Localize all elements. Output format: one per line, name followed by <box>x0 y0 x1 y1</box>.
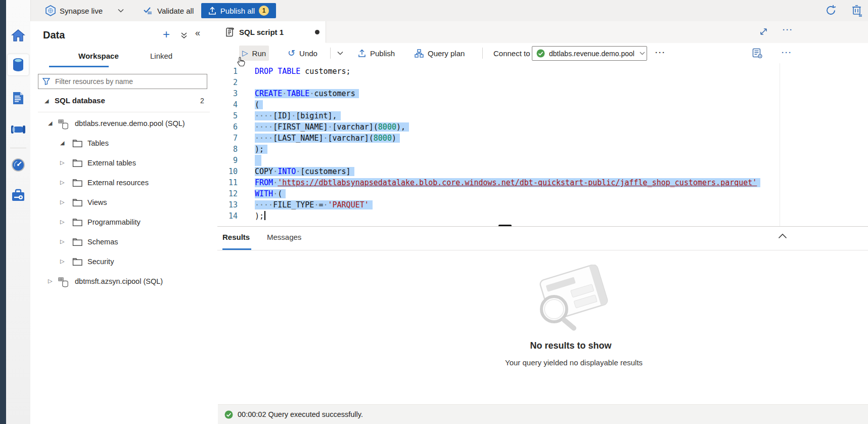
expanded-arrow-icon[interactable]: ◢ <box>60 140 64 146</box>
results-tab-messages[interactable]: Messages <box>267 233 301 241</box>
discard-trash-icon[interactable] <box>851 5 863 17</box>
token-kw: DROP <box>255 67 273 76</box>
code-line[interactable]: COPY·INTO·[customers] <box>255 166 868 177</box>
collapsed-arrow-icon[interactable]: ▷ <box>60 258 64 265</box>
tree-item[interactable]: ▷dbtmsft.azsyn.cipool (SQL) <box>30 272 217 292</box>
tree-item[interactable]: ▷Programmability <box>30 213 217 233</box>
line-number: 10 <box>217 166 238 177</box>
code-line[interactable]: WITH·( <box>255 188 868 199</box>
tab-more-actions-icon[interactable]: ··· <box>783 25 793 34</box>
toolbar-divider <box>330 48 331 59</box>
tab-workspace[interactable]: Workspace <box>78 52 119 60</box>
expand-all-icon[interactable] <box>180 32 188 39</box>
collapsed-arrow-icon[interactable]: ▷ <box>60 219 64 225</box>
command-bar-more-icon[interactable]: ··· <box>782 48 792 57</box>
token-sp: · <box>291 111 296 120</box>
folder-icon <box>72 198 83 207</box>
collapsed-arrow-icon[interactable]: ▷ <box>60 238 64 245</box>
tree-item[interactable]: ▷Schemas <box>30 233 217 252</box>
tree-item[interactable]: ▷External tables <box>30 154 217 174</box>
token-id: [varchar]( <box>328 134 374 143</box>
validate-all-button[interactable]: Validate all <box>143 4 194 18</box>
collapse-results-icon[interactable] <box>778 233 787 239</box>
expanded-arrow-icon[interactable]: ◢ <box>48 120 52 126</box>
tree-item-label: dbtlabs.revenue.demo.pool (SQL) <box>75 119 185 128</box>
publish-all-button[interactable]: Publish all 1 <box>201 3 276 18</box>
collapse-panel-icon[interactable]: « <box>195 28 200 38</box>
results-panel: ResultsMessages No results to show Your … <box>217 226 868 424</box>
properties-icon[interactable] <box>752 48 763 59</box>
refresh-icon[interactable] <box>825 5 837 16</box>
collapsed-arrow-icon[interactable]: ▷ <box>48 278 52 284</box>
undo-label: Undo <box>299 49 317 58</box>
synapse-live-dropdown[interactable]: Synapse live <box>45 4 124 18</box>
tree-item[interactable]: ◢dbtlabs.revenue.demo.pool (SQL) <box>30 114 217 134</box>
nav-home-icon[interactable] <box>8 25 29 46</box>
undo-button[interactable]: ↺ Undo <box>285 46 321 61</box>
run-button[interactable]: ▷ Run <box>239 46 269 61</box>
code-line[interactable]: DROP TABLE customers; <box>255 66 868 77</box>
token-id: ), <box>396 122 405 132</box>
token-sp: · <box>282 89 287 98</box>
code-line[interactable]: ····[FIRST_NAME]·[varchar](8000), <box>255 121 868 133</box>
tab-linked[interactable]: Linked <box>150 52 172 60</box>
nav-develop-icon[interactable] <box>8 88 29 109</box>
text-cursor <box>264 211 265 220</box>
token-id: customers; <box>305 67 350 76</box>
connect-to-pool-select[interactable]: dbtlabs.revenue.demo.pool <box>532 46 647 61</box>
code-line[interactable]: ····[LAST_NAME]·[varchar](8000) <box>255 133 868 144</box>
collapsed-arrow-icon[interactable]: ▷ <box>60 199 64 205</box>
token-id: [FIRST_NAME] <box>273 122 328 132</box>
filter-resources-input[interactable] <box>54 77 207 86</box>
nav-data-icon[interactable] <box>8 54 29 75</box>
code-line[interactable]: ); <box>255 144 868 155</box>
undo-redo-dropdown[interactable] <box>334 46 346 61</box>
expanded-arrow-icon[interactable]: ◢ <box>44 98 49 104</box>
folder-icon <box>72 218 83 227</box>
token-num: 8000 <box>378 122 396 132</box>
collapsed-arrow-icon[interactable]: ▷ <box>60 159 64 166</box>
nav-manage-icon[interactable] <box>8 185 29 206</box>
tree-item[interactable]: ▷Views <box>30 193 217 213</box>
token-kw: FROM <box>255 178 273 187</box>
code-line[interactable]: ); <box>255 210 868 222</box>
tree-item[interactable]: ◢Tables <box>30 134 217 154</box>
code-lines[interactable]: DROP TABLE customers;CREATE·TABLE·custom… <box>255 66 868 222</box>
query-plan-button[interactable]: Query plan <box>412 46 468 61</box>
code-line[interactable]: CREATE·TABLE·customers <box>255 88 868 99</box>
code-line[interactable]: ····[ID]·[bigint], <box>255 110 868 121</box>
nav-monitor-icon[interactable] <box>8 154 29 176</box>
chevron-down-icon <box>639 52 645 55</box>
doc-tab-title: SQL script 1 <box>239 28 284 36</box>
results-tab-bar: ResultsMessages <box>217 227 868 250</box>
toolbar-divider <box>482 48 483 59</box>
tree-item[interactable]: ▷External resources <box>30 174 217 193</box>
expand-editor-icon[interactable] <box>759 27 768 36</box>
code-line[interactable]: ····FILE_TYPE·=·'PARQUET' <box>255 199 868 210</box>
publish-button[interactable]: Publish <box>355 46 398 61</box>
tree-root-sql-database[interactable]: ◢ SQL database 2 <box>30 95 217 112</box>
tree-item-label: Programmability <box>87 218 141 226</box>
code-line[interactable] <box>255 155 868 166</box>
code-line[interactable]: FROM·'https://dbtlabsynapsedatalake.blob… <box>255 177 868 188</box>
add-resource-icon[interactable]: + <box>163 27 170 41</box>
sql-code-editor[interactable]: 1234567891011121314 DROP TABLE customers… <box>217 63 868 226</box>
left-nav-rail <box>6 0 31 424</box>
tab-sql-script-1[interactable]: SQL script 1 <box>217 21 326 43</box>
run-label: Run <box>252 49 266 58</box>
connect-more-icon[interactable]: ··· <box>655 48 666 57</box>
collapsed-arrow-icon[interactable]: ▷ <box>60 179 64 186</box>
tree-item-label: Schemas <box>87 238 118 246</box>
line-number: 11 <box>217 177 238 188</box>
code-line[interactable]: ( <box>255 99 868 110</box>
results-tab-results[interactable]: Results <box>222 233 250 241</box>
tree-item-label: External tables <box>87 159 136 167</box>
validate-label: Validate all <box>157 7 194 15</box>
nav-integrate-icon[interactable] <box>8 119 29 140</box>
panel-resize-handle[interactable] <box>498 225 512 226</box>
folder-icon <box>72 179 83 187</box>
tree-item[interactable]: ▷Security <box>30 252 217 272</box>
no-results-illustration <box>523 265 619 331</box>
token-id: COPY <box>255 167 273 176</box>
code-line[interactable] <box>255 77 868 88</box>
